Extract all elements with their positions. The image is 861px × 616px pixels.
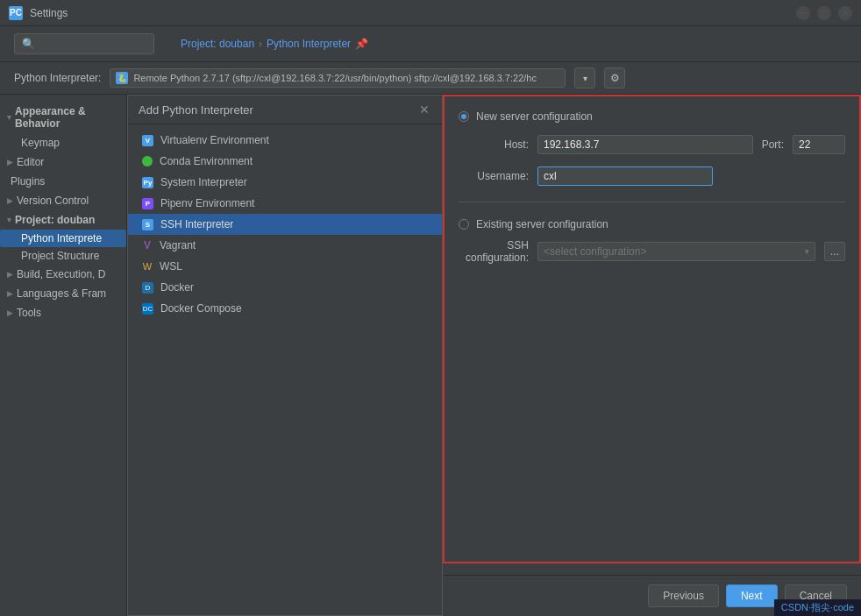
maximize-button[interactable]: □ bbox=[817, 6, 831, 20]
minimize-button[interactable]: ─ bbox=[796, 6, 810, 20]
ssh-icon: S bbox=[142, 219, 153, 230]
dialog-title: Add Python Interpreter bbox=[139, 103, 417, 117]
interpreter-list: V Virtualenv Environment Conda Environme… bbox=[128, 124, 442, 615]
sidebar-item-build[interactable]: ▶ Build, Execution, D bbox=[0, 265, 126, 284]
previous-button[interactable]: Previous bbox=[648, 584, 719, 607]
expand-icon: ▶ bbox=[7, 270, 13, 279]
interp-label: System Interpreter bbox=[160, 176, 247, 188]
ssh-config-dropdown[interactable]: <select configuration> ▾ bbox=[537, 242, 815, 261]
interpreter-dropdown-button[interactable]: ▾ bbox=[574, 67, 595, 89]
docker-compose-icon: DC bbox=[142, 303, 153, 315]
expand-icon: ▶ bbox=[7, 289, 13, 298]
interp-label: Pipenv Environment bbox=[160, 197, 254, 209]
port-input[interactable] bbox=[793, 135, 845, 154]
sidebar-item-languages[interactable]: ▶ Languages & Fram bbox=[0, 284, 126, 303]
sidebar-item-project-structure[interactable]: Project Structure bbox=[0, 247, 126, 265]
interp-item-ssh[interactable]: S SSH Interpreter bbox=[128, 214, 442, 235]
virtualenv-icon: V bbox=[142, 135, 153, 146]
existing-server-radio[interactable] bbox=[459, 219, 469, 230]
sidebar-item-label: Appearance & Behavior bbox=[15, 105, 119, 130]
host-label: Host: bbox=[459, 138, 529, 151]
watermark-text: CSDN·指尖·code bbox=[781, 602, 854, 612]
sidebar-item-appearance[interactable]: ▾ Appearance & Behavior bbox=[0, 102, 126, 133]
interp-item-system[interactable]: Py System Interpreter bbox=[128, 172, 442, 193]
interp-label: WSL bbox=[160, 260, 182, 273]
interp-item-virtualenv[interactable]: V Virtualenv Environment bbox=[128, 130, 442, 151]
username-form-row: Username: bbox=[459, 166, 845, 186]
new-server-radio-row: New server configuration bbox=[459, 110, 845, 123]
python-interpreter-label: Python Interpreter: bbox=[14, 72, 101, 84]
next-button[interactable]: Next bbox=[726, 584, 778, 607]
sidebar-item-project[interactable]: ▾ Project: douban bbox=[0, 210, 126, 230]
title-bar: PC Settings ─ □ ✕ bbox=[0, 0, 861, 26]
sidebar-item-label: Python Interprete bbox=[21, 232, 102, 244]
close-window-button[interactable]: ✕ bbox=[838, 6, 852, 20]
dialog-title-bar: Add Python Interpreter ✕ bbox=[128, 96, 442, 124]
gear-button[interactable]: ⚙ bbox=[604, 67, 625, 89]
title-text: Settings bbox=[30, 7, 68, 19]
host-form-row: Host: bbox=[459, 135, 753, 154]
ssh-config-panel: New server configuration Host: Port: Use… bbox=[443, 95, 861, 563]
port-label: Port: bbox=[762, 138, 784, 151]
search-input[interactable] bbox=[14, 33, 154, 54]
interpreter-icon: 🐍 bbox=[116, 72, 128, 84]
expand-icon: ▶ bbox=[7, 308, 13, 317]
interp-label: SSH Interpreter bbox=[160, 218, 233, 230]
app-icon: PC bbox=[9, 6, 23, 20]
host-port-row: Host: Port: bbox=[459, 135, 845, 154]
interp-label: Docker bbox=[160, 281, 194, 294]
existing-server-section: Existing server configuration SSH config… bbox=[459, 218, 845, 264]
vagrant-icon: V bbox=[142, 240, 153, 251]
breadcrumb: Project: douban › Python Interpreter 📌 bbox=[181, 38, 368, 50]
interp-item-conda[interactable]: Conda Environment bbox=[128, 151, 442, 172]
new-server-radio[interactable] bbox=[459, 111, 469, 122]
sidebar-item-python-interpreter[interactable]: Python Interprete bbox=[0, 230, 126, 247]
new-server-label: New server configuration bbox=[476, 110, 593, 123]
ssh-config-form-row: SSH configuration: <select configuration… bbox=[459, 239, 845, 264]
interp-item-pipenv[interactable]: P Pipenv Environment bbox=[128, 193, 442, 214]
ssh-dropdown-arrow: ▾ bbox=[805, 247, 809, 256]
breadcrumb-section[interactable]: Python Interpreter bbox=[267, 38, 351, 50]
sidebar-item-version-control[interactable]: ▶ Version Control bbox=[0, 191, 126, 210]
python-interpreter-row: Python Interpreter: 🐍 Remote Python 2.7.… bbox=[0, 62, 861, 95]
section-divider bbox=[459, 202, 845, 202]
host-input[interactable] bbox=[537, 135, 753, 154]
sidebar-item-tools[interactable]: ▶ Tools bbox=[0, 303, 126, 322]
pipenv-icon: P bbox=[142, 198, 153, 209]
content-area: ▾ Appearance & Behavior Keymap ▶ Editor … bbox=[0, 95, 861, 616]
watermark: CSDN·指尖·code bbox=[774, 599, 861, 616]
sidebar-item-label: Project Structure bbox=[21, 250, 99, 262]
window-controls: ─ □ ✕ bbox=[796, 6, 852, 20]
interp-label: Virtualenv Environment bbox=[160, 134, 269, 146]
interp-item-vagrant[interactable]: V Vagrant bbox=[128, 235, 442, 256]
wsl-icon: W bbox=[142, 261, 153, 272]
sidebar-item-label: Languages & Fram bbox=[17, 287, 106, 300]
sidebar-item-keymap[interactable]: Keymap bbox=[0, 133, 126, 152]
pin-icon: 📌 bbox=[355, 38, 368, 50]
interp-item-docker[interactable]: D Docker bbox=[128, 277, 442, 298]
interpreter-dropdown[interactable]: 🐍 Remote Python 2.7.17 (sftp://cxl@192.1… bbox=[110, 68, 566, 88]
expand-icon: ▾ bbox=[7, 113, 11, 122]
existing-server-label: Existing server configuration bbox=[476, 218, 608, 230]
interp-item-docker-compose[interactable]: DC Docker Compose bbox=[128, 298, 442, 319]
main-container: Project: douban › Python Interpreter 📌 P… bbox=[0, 26, 861, 616]
breadcrumb-project[interactable]: Project: douban bbox=[181, 38, 254, 50]
conda-icon bbox=[142, 156, 153, 166]
sidebar-item-label: Project: douban bbox=[15, 214, 95, 226]
sidebar-item-label: Editor bbox=[17, 156, 44, 168]
ssh-config-placeholder: <select configuration> bbox=[544, 245, 646, 258]
sidebar-item-label: Tools bbox=[17, 307, 41, 319]
interp-item-wsl[interactable]: W WSL bbox=[128, 256, 442, 277]
sidebar-item-plugins[interactable]: Plugins bbox=[0, 172, 126, 191]
sidebar-item-label: Keymap bbox=[21, 137, 60, 149]
system-icon: Py bbox=[142, 177, 153, 188]
username-input[interactable] bbox=[537, 166, 713, 186]
sidebar-item-editor[interactable]: ▶ Editor bbox=[0, 152, 126, 172]
interp-label: Conda Environment bbox=[160, 155, 253, 167]
add-interpreter-dialog: Add Python Interpreter ✕ V Virtualenv En… bbox=[127, 95, 443, 616]
sidebar-item-label: Plugins bbox=[11, 175, 45, 188]
docker-icon: D bbox=[142, 282, 153, 294]
ssh-browse-button[interactable]: ... bbox=[824, 242, 845, 261]
dialog-close-button[interactable]: ✕ bbox=[417, 103, 431, 117]
sidebar: ▾ Appearance & Behavior Keymap ▶ Editor … bbox=[0, 95, 127, 616]
